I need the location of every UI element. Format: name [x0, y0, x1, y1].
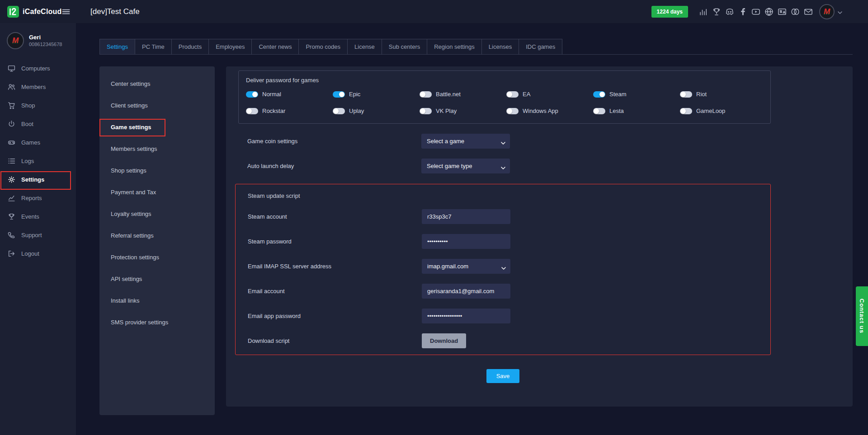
hamburger-menu-icon[interactable]	[61, 7, 71, 16]
nav-item-loyalty-settings[interactable]: Loyalty settings	[99, 203, 215, 225]
sidebar-item-logout[interactable]: Logout	[0, 244, 76, 263]
globe-icon[interactable]	[764, 7, 774, 16]
tab-products[interactable]: Products	[171, 39, 209, 54]
user-menu-chevron-icon[interactable]	[837, 9, 843, 14]
toggle-switch[interactable]	[420, 108, 432, 114]
toggle-switch[interactable]	[680, 91, 692, 98]
section-title: Steam update script	[248, 192, 770, 199]
toggle-normal[interactable]: Normal	[246, 91, 333, 98]
tab-sub-centers[interactable]: Sub centers	[382, 39, 427, 54]
tab-promo-codes[interactable]: Promo codes	[298, 39, 348, 54]
email-account-input[interactable]	[422, 284, 510, 299]
auto-launch-select[interactable]: Select game type	[421, 159, 510, 173]
toggle-switch[interactable]	[420, 91, 432, 98]
steam-password-input[interactable]	[422, 234, 510, 249]
toggle-switch[interactable]	[246, 108, 258, 114]
sidebar-item-support[interactable]: Support	[0, 226, 76, 244]
topbar-icons	[699, 7, 813, 16]
toggle-battle-net[interactable]: Battle.net	[420, 91, 506, 98]
toggle-windows-app[interactable]: Windows App	[506, 108, 593, 114]
nav-item-game-settings[interactable]: Game settings	[99, 116, 215, 138]
tab-licenses[interactable]: Licenses	[481, 39, 519, 54]
select-value: Select game type	[427, 163, 472, 169]
toggle-switch[interactable]	[593, 91, 605, 98]
download-button[interactable]: Download	[422, 333, 466, 348]
nav-item-client-settings[interactable]: Client settings	[99, 94, 215, 116]
sidebar-item-shop[interactable]: Shop	[0, 96, 76, 115]
avatar-letter: M	[824, 7, 830, 16]
settings-nav-panel: Center settings Client settings Game set…	[99, 66, 215, 415]
sidebar-user-block[interactable]: M Geri 008612345678	[0, 23, 76, 56]
sidebar-item-label: Events	[21, 213, 39, 220]
tab-employees[interactable]: Employees	[208, 39, 252, 54]
toggle-steam[interactable]: Steam	[593, 91, 680, 98]
imap-server-select[interactable]: imap.gmail.com	[422, 259, 510, 274]
sidebar-item-logs[interactable]: Logs	[0, 152, 76, 170]
chevron-down-icon	[501, 140, 505, 143]
toggle-switch[interactable]	[333, 108, 345, 114]
toggle-rockstar[interactable]: Rockstar	[246, 108, 333, 114]
field-label: Auto launch delay	[247, 163, 421, 169]
save-button[interactable]: Save	[486, 369, 520, 383]
email-app-password-input[interactable]	[422, 309, 510, 323]
field-label: Steam account	[248, 213, 422, 220]
toggle-gameloop[interactable]: GameLoop	[680, 108, 767, 114]
game-coin-select[interactable]: Select a game	[421, 134, 510, 149]
toggle-switch[interactable]	[506, 91, 519, 98]
toggle-label: Steam	[609, 91, 627, 98]
nav-item-payment-and-tax[interactable]: Payment and Tax	[99, 181, 215, 203]
discord-icon[interactable]	[725, 7, 734, 16]
sidebar-item-games[interactable]: Games	[0, 133, 76, 152]
email-app-password-row: Email app password	[248, 309, 770, 323]
toggle-vk-play[interactable]: VK Play	[420, 108, 506, 114]
nav-item-shop-settings[interactable]: Shop settings	[99, 159, 215, 181]
toggle-switch[interactable]	[246, 91, 258, 98]
nav-item-protection-settings[interactable]: Protection settings	[99, 246, 215, 268]
sidebar-item-reports[interactable]: Reports	[0, 189, 76, 207]
tab-settings[interactable]: Settings	[99, 39, 135, 54]
user-name: Geri	[29, 33, 62, 41]
sidebar-item-events[interactable]: Events	[0, 207, 76, 226]
coins-icon[interactable]	[791, 7, 800, 16]
nav-item-referral-settings[interactable]: Referral settings	[99, 225, 215, 246]
toggle-epic[interactable]: Epic	[333, 91, 420, 98]
nav-item-center-settings[interactable]: Center settings	[99, 73, 215, 94]
section-title: Deliver password for games	[246, 77, 770, 84]
nav-item-install-links[interactable]: Install links	[99, 290, 215, 311]
mail-icon[interactable]	[804, 7, 813, 16]
tab-region-settings[interactable]: Region settings	[427, 39, 482, 54]
toggle-switch[interactable]	[506, 108, 519, 114]
nav-item-members-settings[interactable]: Members settings	[99, 138, 215, 159]
tab-idc-games[interactable]: IDC games	[519, 39, 562, 54]
toggle-switch[interactable]	[680, 108, 692, 114]
brand[interactable]: iCafeCloud	[0, 0, 76, 23]
sidebar-item-members[interactable]: Members	[0, 78, 76, 96]
tab-pc-time[interactable]: PC Time	[135, 39, 172, 54]
field-label: Email account	[248, 288, 422, 295]
toggle-ea[interactable]: EA	[506, 91, 593, 98]
user-phone: 008612345678	[29, 41, 62, 48]
sidebar-item-settings[interactable]: Settings	[0, 170, 76, 189]
nav-item-api-settings[interactable]: API settings	[99, 268, 215, 290]
sidebar-item-boot[interactable]: Boot	[0, 115, 76, 133]
tab-center-news[interactable]: Center news	[251, 39, 299, 54]
youtube-icon[interactable]	[751, 7, 760, 16]
toggle-uplay[interactable]: Uplay	[333, 108, 420, 114]
tab-license[interactable]: License	[347, 39, 382, 54]
facebook-icon[interactable]	[738, 7, 747, 16]
avatar-letter: M	[12, 36, 19, 45]
toggle-label: Riot	[696, 91, 707, 98]
toggle-riot[interactable]: Riot	[680, 91, 767, 98]
contact-us-tab[interactable]: Contact us	[856, 286, 868, 346]
toggle-switch[interactable]	[333, 91, 345, 98]
steam-account-input[interactable]	[422, 209, 510, 224]
toggle-switch[interactable]	[593, 108, 605, 114]
stats-icon[interactable]	[699, 7, 708, 16]
sidebar-item-computers[interactable]: Computers	[0, 59, 76, 78]
trophy-icon[interactable]	[712, 7, 721, 16]
nav-item-sms-provider-settings[interactable]: SMS provider settings	[99, 311, 215, 333]
days-remaining-badge[interactable]: 1224 days	[651, 6, 688, 18]
toggle-lesta[interactable]: Lesta	[593, 108, 680, 114]
user-avatar[interactable]: M	[819, 4, 835, 19]
translate-icon[interactable]	[778, 7, 787, 16]
